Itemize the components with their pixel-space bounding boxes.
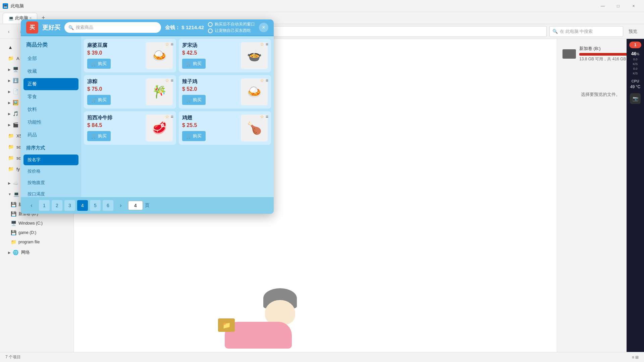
buy-button-mapo[interactable]: 🛒 购买 (87, 59, 111, 69)
sidebar-item-drive-c[interactable]: 🖥️ Windows (C:) (0, 219, 73, 228)
sidebar-item-drive-d[interactable]: 💾 game (D:) (0, 228, 73, 237)
character-body (225, 322, 292, 349)
card-icons-mapo: ☆ ≡ (165, 42, 173, 47)
cat-item-drinks[interactable]: 饮料 (23, 104, 78, 116)
toggle-2-dot[interactable] (208, 28, 213, 33)
tray-temp: 49 °C (630, 84, 640, 89)
category-sidebar: 商品分类 全部 收藏 正餐 零食 饮料 功能性 药品 排序方式 按名字 按价格 … (21, 36, 81, 197)
cat-item-medicine[interactable]: 药品 (23, 129, 78, 141)
toggle-1-dot[interactable] (208, 22, 213, 27)
product-price-laziji: $ 52.0 (182, 86, 237, 92)
star-icon-zongzi[interactable]: ☆ (165, 78, 169, 83)
maximize-button[interactable]: □ (610, 0, 626, 12)
product-card-laziji: 辣子鸡 $ 52.0 🛒 购买 🍛 ☆ ≡ (179, 75, 271, 109)
buy-button-laziji[interactable]: 🛒 购买 (182, 95, 206, 105)
product-actions-zongzi: 🛒 购买 (87, 95, 143, 105)
buy-button-zongzi[interactable]: 🛒 购买 (87, 95, 111, 105)
product-info-steak: 煎西冷牛排 $ 84.5 🛒 购买 (87, 115, 143, 141)
shop-search-icon: 🔍 (68, 25, 74, 30)
page-1-button[interactable]: 1 (39, 200, 50, 211)
app-icon: 💻 (3, 3, 8, 9)
sidebar-item-network[interactable]: ▶ 🌐 网络 (1, 247, 72, 258)
cat-item-snacks[interactable]: 零食 (23, 91, 78, 103)
product-price-wings: $ 25.5 (182, 122, 237, 128)
toggle-1-label: 购买后不自动关闭窗口 (215, 21, 255, 27)
buy-button-soup[interactable]: 🛒 购买 (182, 59, 206, 69)
cat-item-favorites[interactable]: 收藏 (23, 65, 78, 77)
page-label: 页 (145, 202, 150, 208)
doc-icon: 📄 (13, 89, 18, 94)
chevron-right-icon-net: ▶ (8, 251, 11, 254)
folder-icon-x5: 📁 (8, 133, 14, 138)
minimize-button[interactable]: — (595, 0, 610, 12)
chevron-icon: ▶ (8, 90, 11, 94)
card-icons-steak: ☆ ≡ (165, 114, 173, 119)
menu-icon-soup[interactable]: ≡ (266, 42, 268, 47)
buy-button-steak[interactable]: 🛒 购买 (87, 131, 111, 141)
cat-item-functional[interactable]: 功能性 (23, 116, 78, 128)
card-icons-laziji: ☆ ≡ (260, 78, 268, 83)
star-icon-wings[interactable]: ☆ (260, 114, 264, 119)
card-icons-wings: ☆ ≡ (260, 114, 268, 119)
chevron-icon: ▶ (8, 79, 11, 82)
back-button[interactable]: ‹ (4, 27, 13, 36)
menu-icon-mapo[interactable]: ≡ (171, 42, 173, 47)
preview-button[interactable]: 预览 (626, 27, 640, 36)
star-icon-mapo[interactable]: ☆ (165, 42, 169, 47)
product-name-zongzi: 凉粽 (87, 78, 143, 85)
folder-icon-fy: 📁 (8, 166, 14, 172)
tab-label: 💻 (8, 16, 14, 21)
shop-close-button[interactable]: × (259, 23, 268, 32)
menu-icon-steak[interactable]: ≡ (171, 114, 173, 119)
chevron-icon: ▶ (8, 123, 11, 127)
sort-by-thirst[interactable]: 按口渴度 (23, 189, 78, 197)
computer-icon: 💻 (13, 191, 19, 197)
cat-item-all[interactable]: 全部 (23, 53, 78, 65)
sort-by-name[interactable]: 按名字 (23, 155, 78, 165)
menu-icon-laziji[interactable]: ≡ (266, 78, 268, 83)
close-button[interactable]: × (626, 0, 641, 12)
page-2-button[interactable]: 2 (52, 200, 62, 211)
shop-search[interactable]: 🔍 搜索商品 (64, 22, 161, 33)
tray-cpu-label: CPU (631, 79, 639, 83)
page-3-button[interactable]: 3 (64, 200, 75, 211)
page-5-button[interactable]: 5 (90, 200, 101, 211)
shop-modal: 买 更好买 🔍 搜索商品 金钱： $ 1214.42 购买后不自动关闭窗口 让宠… (21, 19, 274, 214)
product-price-zongzi: $ 75.0 (87, 86, 143, 92)
star-icon-soup[interactable]: ☆ (260, 42, 264, 47)
chevron-icon: ▶ (8, 68, 11, 71)
product-actions-mapo: 🛒 购买 (87, 59, 143, 69)
cat-item-meals[interactable]: 正餐 (23, 78, 78, 90)
shop-search-placeholder: 搜索商品 (76, 24, 93, 31)
page-prev-button[interactable]: ‹ (26, 200, 37, 211)
sort-by-price[interactable]: 按价格 (23, 166, 78, 177)
chevron-icon: ▶ (8, 112, 11, 116)
product-info-laziji: 辣子鸡 $ 52.0 🛒 购买 (182, 78, 237, 105)
search-placeholder: 在 此电脑 中搜索 (560, 28, 593, 35)
product-info-mapo: 麻婆豆腐 $ 39.0 🛒 购买 (87, 42, 143, 69)
tray-camera-icon[interactable]: 📷 (630, 93, 641, 104)
pictures-icon: 🖼️ (13, 100, 18, 105)
drive-icon-d: 💾 (11, 230, 16, 235)
product-name-soup: 罗宋汤 (182, 42, 237, 49)
star-icon-laziji[interactable]: ☆ (260, 78, 264, 83)
buy-button-wings[interactable]: 🛒 购买 (182, 131, 206, 141)
star-icon-steak[interactable]: ☆ (165, 114, 169, 119)
search-bar[interactable]: 🔍 在 此电脑 中搜索 (549, 26, 623, 37)
download-icon: ⬇️ (13, 78, 18, 83)
product-card-wings: 鸡翅 $ 25.5 🛒 购买 🍗 ☆ ≡ (179, 111, 271, 145)
view-icons[interactable]: ≡ ⊞ (632, 355, 639, 360)
sort-by-fullness[interactable]: 按饱腹度 (23, 177, 78, 188)
sidebar-item-program-files[interactable]: 📁 program file (0, 237, 73, 247)
page-next-button[interactable]: › (115, 200, 126, 211)
toggle-2-label: 让宠物自己买东西吃 (215, 28, 251, 34)
product-card-steak: 煎西冷牛排 $ 84.5 🛒 购买 🥩 ☆ ≡ (84, 111, 176, 145)
menu-icon-zongzi[interactable]: ≡ (171, 78, 173, 83)
product-actions-wings: 🛒 购买 (182, 131, 237, 141)
menu-icon-wings[interactable]: ≡ (266, 114, 268, 119)
up-arrow-icon: ▲ (8, 45, 13, 50)
page-6-button[interactable]: 6 (103, 200, 113, 211)
page-4-button[interactable]: 4 (77, 200, 88, 211)
video-icon: 🎬 (13, 122, 18, 127)
page-input[interactable] (128, 201, 143, 210)
